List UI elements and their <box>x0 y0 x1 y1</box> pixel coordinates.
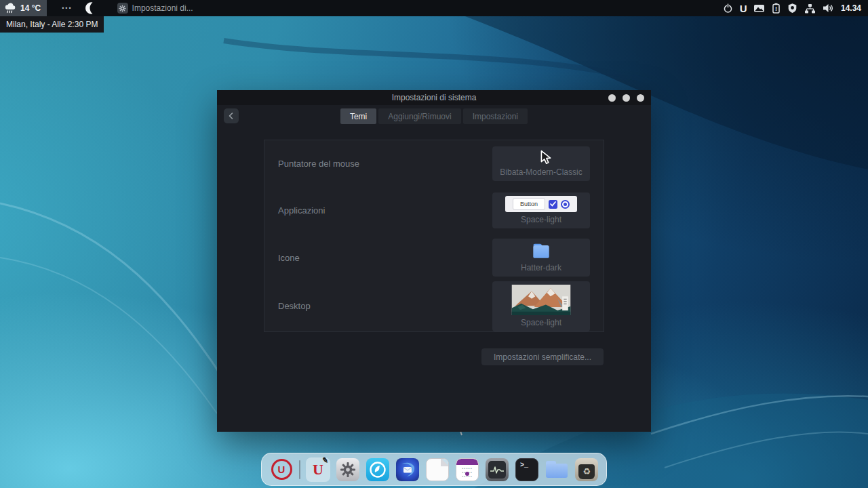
wallpaper-tile[interactable]: Space-light <box>492 281 590 331</box>
wallpaper-theme-name: Space-light <box>521 318 561 327</box>
dock-system-monitor[interactable] <box>485 458 509 482</box>
preview-radio <box>561 200 570 209</box>
pencil-icon: ✎ <box>321 455 329 465</box>
icon-theme-tile[interactable]: Hatter-dark <box>492 239 590 277</box>
security-shield-icon[interactable] <box>787 3 797 14</box>
trash-icon: ♻ <box>575 458 598 481</box>
gtk-theme-name: Space-light <box>521 215 561 224</box>
calendar-today-dot <box>465 472 469 476</box>
weather-applet[interactable]: 14 °C <box>0 0 47 16</box>
calendar-icon: ••••••••••••••• <box>456 458 479 481</box>
tab-impostazioni[interactable]: Impostazioni <box>463 108 528 124</box>
folded-corner <box>441 458 449 466</box>
overflow-menu-dots[interactable]: ••• <box>62 5 72 12</box>
volume-icon[interactable] <box>823 3 834 13</box>
tab-temi[interactable]: Temi <box>340 108 376 124</box>
taskbar-window-button[interactable]: Impostazioni di... <box>112 0 199 16</box>
window-maximize-button[interactable] <box>623 94 630 102</box>
preview-checkbox <box>549 200 557 209</box>
unity-ring-icon: U <box>271 459 292 480</box>
row-applications: Applicazioni Button Space-light <box>264 187 604 234</box>
weather-temperature: 14 °C <box>20 3 41 13</box>
terminal-prompt-glyph: >_ <box>520 462 528 469</box>
dock-terminal[interactable]: >_ <box>515 458 539 482</box>
dock-thunderbird-mail[interactable] <box>395 458 420 482</box>
settings-gear-icon <box>336 458 359 481</box>
thunderbird-icon <box>396 458 419 481</box>
dock-calendar[interactable]: ••••••••••••••• <box>455 458 479 482</box>
folder-icon <box>529 242 553 260</box>
svg-text:!: ! <box>775 5 777 12</box>
simplified-settings-button[interactable]: Impostazioni semplificate... <box>481 348 604 365</box>
cursor-theme-tile[interactable]: Bibata-Modern-Classic <box>492 146 590 181</box>
document-icon <box>426 458 449 481</box>
dock-utext-editor[interactable]: U ✎ <box>306 458 330 482</box>
row-label: Puntatore del mouse <box>278 159 359 169</box>
taskbar-window-label: Impostazioni di... <box>132 3 193 13</box>
row-icons: Icone Hatter-dark <box>264 235 604 281</box>
preview-button: Button <box>513 198 545 210</box>
dock-settings[interactable] <box>336 458 360 482</box>
rain-cloud-icon <box>4 3 17 14</box>
row-mouse-pointer: Puntatore del mouse Bibata-Modern-Classi… <box>264 140 604 187</box>
power-icon[interactable] <box>723 3 733 14</box>
calendar-header <box>456 459 478 465</box>
settings-gear-icon <box>117 3 128 14</box>
row-label: Icone <box>278 253 300 263</box>
settings-window: Impostazioni di sistema Temi Aggiungi/Ri… <box>217 90 651 432</box>
icon-theme-name: Hatter-dark <box>521 263 561 272</box>
dock: U U ✎ <box>261 453 607 486</box>
night-light-applet[interactable] <box>83 1 97 15</box>
window-nav-row: Temi Aggiungi/Rimuovi Impostazioni <box>217 105 651 132</box>
network-icon[interactable] <box>804 3 816 14</box>
browser-icon <box>366 458 389 481</box>
terminal-icon: >_ <box>515 458 538 481</box>
row-desktop: Desktop <box>264 281 604 331</box>
window-minimize-button[interactable] <box>608 94 616 102</box>
window-titlebar: Impostazioni di sistema <box>217 90 651 105</box>
window-title: Impostazioni di sistema <box>392 93 477 102</box>
clock[interactable]: 14.34 <box>841 3 861 13</box>
widget-theme-preview: Button <box>505 196 577 212</box>
utext-icon: U ✎ <box>313 461 323 479</box>
window-controls <box>608 90 644 105</box>
dock-browser[interactable] <box>366 458 390 482</box>
dock-unity-launcher[interactable]: U <box>269 458 294 482</box>
cursor-theme-name: Bibata-Modern-Classic <box>500 167 582 177</box>
theme-settings-panel: Puntatore del mouse Bibata-Modern-Classi… <box>264 140 604 332</box>
tab-bar: Temi Aggiungi/Rimuovi Impostazioni <box>217 108 651 124</box>
system-tray: U ! <box>723 3 868 14</box>
dock-separator <box>299 460 300 479</box>
system-monitor-icon <box>486 458 509 481</box>
window-close-button[interactable] <box>637 94 644 102</box>
wallpaper-thumbnail <box>507 285 575 315</box>
unity-tray-icon[interactable]: U <box>740 3 747 14</box>
moon-icon <box>83 1 97 15</box>
battery-alert-icon[interactable]: ! <box>772 3 781 14</box>
top-panel: 14 °C ••• <box>0 0 868 16</box>
dock-text-document[interactable] <box>425 458 450 482</box>
unity-u-glyph: U <box>278 464 285 475</box>
dock-file-manager[interactable] <box>545 458 569 482</box>
tab-aggiungi-rimuovi[interactable]: Aggiungi/Rimuovi <box>378 108 460 124</box>
weather-tooltip: Milan, Italy - Alle 2:30 PM <box>0 16 104 33</box>
row-label: Desktop <box>278 301 311 311</box>
dock-trash[interactable]: ♻ <box>574 458 599 482</box>
cursor-arrow-icon <box>538 150 553 165</box>
wallpaper-changer-icon[interactable] <box>753 3 765 13</box>
gtk-theme-tile[interactable]: Button Space-light <box>492 192 590 228</box>
files-folder-icon <box>546 461 568 478</box>
recycle-symbol: ♻ <box>583 467 591 476</box>
row-label: Applicazioni <box>278 205 325 216</box>
desktop: 14 °C ••• <box>0 0 868 488</box>
